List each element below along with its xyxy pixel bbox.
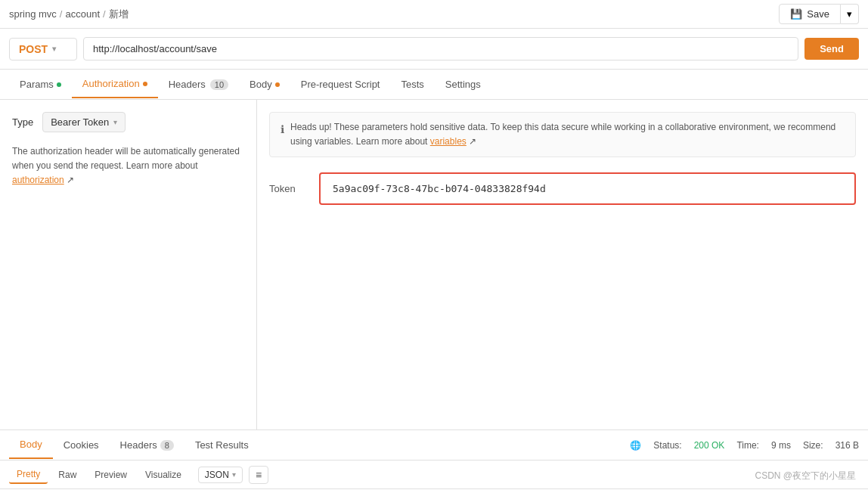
bottom-tab-body[interactable]: Body: [9, 431, 53, 459]
breadcrumb: spring mvc / account / 新增: [9, 8, 129, 21]
auth-learn-more-link[interactable]: authorization: [12, 175, 64, 185]
format-chevron-icon: ▾: [232, 470, 236, 479]
info-box: ℹ Heads up! These parameters hold sensit…: [269, 112, 856, 157]
token-input-wrapper: 5a9ac09f-73c8-47bc-b074-04833828f94d: [319, 172, 856, 205]
method-chevron-icon: ▾: [52, 45, 56, 53]
tab-body[interactable]: Body: [239, 71, 290, 98]
pretty-button[interactable]: Pretty: [9, 466, 48, 484]
params-dot: [57, 82, 61, 87]
request-tabs-row: Params Authorization Headers 10 Body Pre…: [0, 70, 868, 100]
save-dropdown-button[interactable]: ▾: [841, 4, 859, 24]
breadcrumb-sep2: /: [103, 8, 106, 20]
tab-headers[interactable]: Headers 10: [158, 71, 239, 98]
save-button[interactable]: 💾 Save: [779, 4, 841, 24]
token-row: Token 5a9ac09f-73c8-47bc-b074-04833828f9…: [269, 172, 856, 205]
tab-authorization[interactable]: Authorization: [72, 70, 158, 98]
method-label: POST: [19, 43, 48, 55]
auth-dot: [143, 82, 147, 86]
format-label: JSON: [205, 470, 229, 480]
token-value: 5a9ac09f-73c8-47bc-b074-04833828f94d: [333, 183, 546, 194]
top-bar: spring mvc / account / 新增 💾 Save ▾: [0, 0, 868, 29]
type-dropdown[interactable]: Bearer Token ▾: [42, 112, 126, 132]
watermark: CSDN @夜空下的小星星: [755, 470, 856, 482]
chevron-down-icon: ▾: [847, 8, 852, 20]
response-info: 🌐 Status: 200 OK Time: 9 ms Size: 316 B: [630, 440, 859, 451]
body-dot: [275, 82, 280, 87]
auth-description: The authorization header will be automat…: [12, 144, 244, 188]
tab-pre-request[interactable]: Pre-request Script: [290, 71, 391, 98]
auth-content: Type Bearer Token ▾ The authorization he…: [0, 100, 868, 430]
status-label: Status:: [653, 440, 681, 451]
bottom-tab-cookies[interactable]: Cookies: [53, 431, 110, 459]
format-dropdown[interactable]: JSON ▾: [198, 467, 243, 483]
size-label: Size:: [803, 440, 823, 451]
tab-params[interactable]: Params: [9, 71, 72, 98]
wrap-button[interactable]: ≡: [249, 466, 268, 484]
bottom-section: Body Cookies Headers 8 Test Results 🌐 St…: [0, 430, 868, 490]
bottom-tabs-row: Body Cookies Headers 8 Test Results 🌐 St…: [0, 430, 868, 461]
info-text: Heads up! These parameters hold sensitiv…: [290, 122, 835, 147]
type-chevron-icon: ▾: [113, 118, 117, 126]
globe-icon: 🌐: [630, 440, 641, 451]
visualize-button[interactable]: Visualize: [138, 467, 189, 483]
tab-settings[interactable]: Settings: [435, 71, 491, 98]
url-input[interactable]: [83, 37, 798, 60]
auth-right-panel: ℹ Heads up! These parameters hold sensit…: [257, 100, 868, 430]
type-label: Type: [12, 116, 33, 128]
code-area-header: Pretty Raw Preview Visualize JSON ▾ ≡: [0, 461, 868, 489]
token-label: Token: [269, 183, 307, 194]
send-button[interactable]: Send: [804, 38, 859, 60]
save-icon: 💾: [790, 8, 802, 20]
time-value: 9 ms: [771, 440, 791, 451]
method-dropdown[interactable]: POST ▾: [9, 38, 77, 60]
auth-left-panel: Type Bearer Token ▾ The authorization he…: [0, 100, 257, 430]
type-value: Bearer Token: [51, 116, 109, 128]
info-icon: ℹ: [281, 121, 284, 138]
bottom-tabs: Body Cookies Headers 8 Test Results: [9, 431, 259, 459]
variables-link[interactable]: variables: [430, 136, 467, 147]
preview-button[interactable]: Preview: [87, 467, 135, 483]
breadcrumb-item1[interactable]: spring mvc: [9, 8, 57, 20]
bottom-tab-test-results[interactable]: Test Results: [184, 431, 259, 459]
tab-tests[interactable]: Tests: [390, 71, 434, 98]
breadcrumb-item2[interactable]: account: [65, 8, 100, 20]
time-label: Time:: [736, 440, 759, 451]
type-row: Type Bearer Token ▾: [12, 112, 244, 132]
size-value: 316 B: [835, 440, 859, 451]
save-area: 💾 Save ▾: [779, 4, 859, 24]
status-value: 200 OK: [694, 440, 725, 451]
breadcrumb-sep1: /: [60, 8, 63, 20]
raw-button[interactable]: Raw: [51, 467, 84, 483]
url-bar: POST ▾ Send: [0, 29, 868, 70]
breadcrumb-item3: 新增: [109, 8, 129, 21]
bottom-tab-headers[interactable]: Headers 8: [110, 431, 184, 459]
